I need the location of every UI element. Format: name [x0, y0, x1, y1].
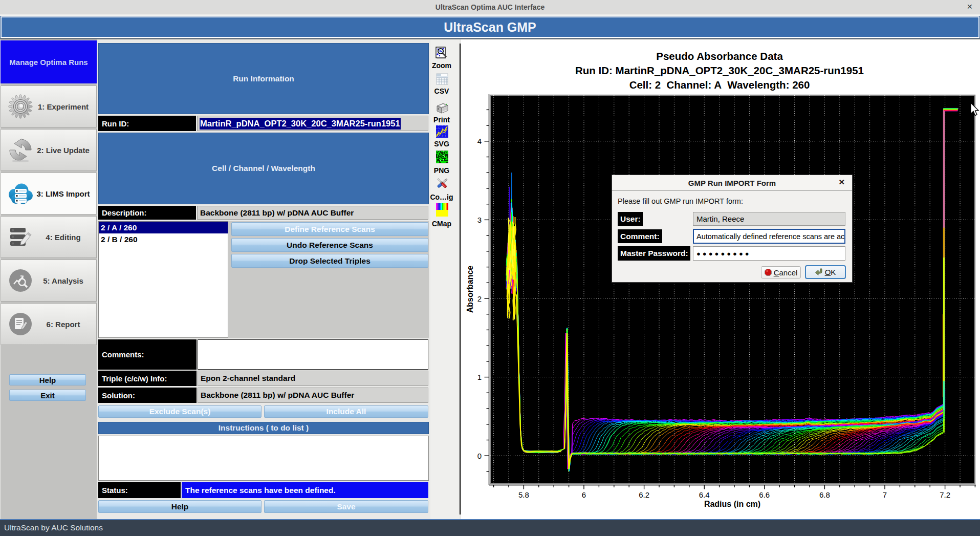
svg-text:6.6: 6.6 [759, 490, 770, 499]
svg-text:4: 4 [477, 137, 482, 145]
svg-text:6.4: 6.4 [699, 490, 710, 499]
svg-text:2: 2 [477, 294, 482, 303]
svg-text:6.8: 6.8 [819, 490, 830, 499]
svg-text:3: 3 [477, 216, 482, 224]
svg-text:Absorbance: Absorbance [466, 266, 474, 313]
svg-text:6: 6 [582, 490, 586, 499]
svg-text:1: 1 [477, 373, 482, 381]
svg-text:6.2: 6.2 [639, 490, 649, 499]
svg-text:Radius (in cm): Radius (in cm) [704, 500, 760, 508]
svg-text:7.2: 7.2 [940, 490, 950, 499]
svg-text:7: 7 [883, 490, 887, 499]
svg-text:0: 0 [477, 452, 482, 460]
svg-text:5.8: 5.8 [518, 490, 529, 499]
